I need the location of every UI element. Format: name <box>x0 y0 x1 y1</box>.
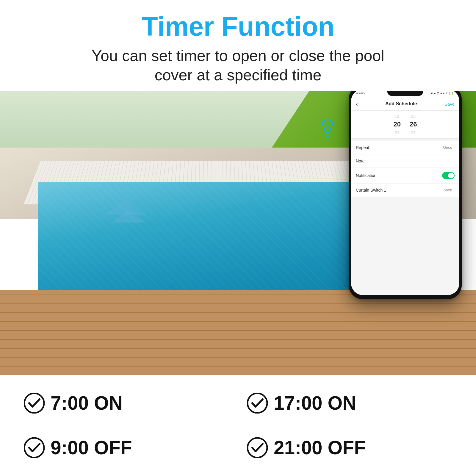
note-label: Note <box>356 159 365 163</box>
minute-bottom: 27 <box>411 130 416 135</box>
status-icons: ◉ ☁ ⏰ ◈ ▲ ▼ ▒ 🔋 <box>431 92 454 95</box>
phone-notch <box>387 91 423 96</box>
svg-point-3 <box>248 438 267 458</box>
svg-point-0 <box>24 393 44 413</box>
check-icon-4 <box>247 437 268 458</box>
page-title: Timer Function <box>24 12 452 41</box>
schedule-text-1: 7:00 ON <box>51 394 123 413</box>
curtain-switch-menu-item[interactable]: Curtain Switch 1 open › <box>351 184 459 197</box>
note-menu-item[interactable]: Note › <box>351 154 459 168</box>
check-icon-1 <box>24 393 45 414</box>
minute-column: 25 26 27 <box>410 114 417 135</box>
notification-label: Notification <box>356 173 376 178</box>
time-picker[interactable]: 19 20 21 25 26 27 <box>351 111 459 139</box>
phone-body: 0.3KB/s ◉ ☁ ⏰ ◈ ▲ ▼ ▒ 🔋 ‹ Add Schedule S… <box>349 91 462 299</box>
note-chevron: › <box>453 159 455 163</box>
page-wrapper: Timer Function You can set timer to open… <box>0 0 476 476</box>
notification-toggle[interactable] <box>442 172 455 179</box>
deck-boards <box>0 290 476 375</box>
nav-title: Add Schedule <box>385 101 417 107</box>
subtitle-line1: You can set timer to open or close the p… <box>92 47 384 64</box>
phone-container: 0.3KB/s ◉ ☁ ⏰ ◈ ▲ ▼ ▒ 🔋 ‹ Add Schedule S… <box>349 91 462 299</box>
pool-visual: 0.3KB/s ◉ ☁ ⏰ ◈ ▲ ▼ ▒ 🔋 ‹ Add Schedule S… <box>0 91 476 375</box>
notification-menu-item[interactable]: Notification <box>351 168 459 184</box>
note-value: › <box>453 159 455 163</box>
svg-point-2 <box>24 438 44 458</box>
arrows-overlay <box>105 199 164 234</box>
schedule-item-3: 9:00 OFF <box>24 428 229 467</box>
status-left: 0.3KB/s <box>356 92 365 95</box>
wifi-arc-large <box>322 119 333 125</box>
wifi-dot <box>326 136 329 138</box>
wifi-icon <box>322 119 333 138</box>
hour-bottom: 21 <box>395 130 400 135</box>
curtain-switch-value: open › <box>444 188 455 192</box>
hour-active: 20 <box>394 120 401 129</box>
schedule-item-1: 7:00 ON <box>24 384 229 422</box>
schedule-item-4: 21:00 OFF <box>247 428 452 467</box>
phone-screen: 0.3KB/s ◉ ☁ ⏰ ◈ ▲ ▼ ▒ 🔋 ‹ Add Schedule S… <box>351 91 459 295</box>
repeat-label: Repeat <box>356 145 369 150</box>
schedule-text-3: 9:00 OFF <box>51 438 132 457</box>
minute-active: 26 <box>410 120 417 129</box>
save-button[interactable]: Save <box>444 101 455 107</box>
hour-top: 19 <box>395 114 400 119</box>
pool-section: 0.3KB/s ◉ ☁ ⏰ ◈ ▲ ▼ ▒ 🔋 ‹ Add Schedule S… <box>0 91 476 375</box>
back-button[interactable]: ‹ <box>356 101 358 107</box>
subtitle-line2: cover at a specified time <box>155 66 322 84</box>
bottom-section: 7:00 ON 17:00 ON 9:00 OFF 21:00 OFF <box>0 375 476 476</box>
schedule-text-4: 21:00 OFF <box>274 438 366 457</box>
svg-point-1 <box>248 393 267 413</box>
curtain-switch-label: Curtain Switch 1 <box>356 188 386 192</box>
curtain-chevron: › <box>453 188 455 192</box>
repeat-menu-item[interactable]: Repeat Once › <box>351 141 459 154</box>
minute-top: 25 <box>411 114 416 119</box>
repeat-value: Once › <box>443 145 455 150</box>
repeat-chevron: › <box>453 145 455 150</box>
header-section: Timer Function You can set timer to open… <box>0 0 476 91</box>
nav-bar: ‹ Add Schedule Save <box>351 98 459 111</box>
check-icon-2 <box>247 393 268 414</box>
arrow-2 <box>112 209 145 223</box>
menu-list: Repeat Once › Note › <box>351 141 459 197</box>
page-subtitle: You can set timer to open or close the p… <box>24 46 452 85</box>
wifi-arc-small <box>325 132 330 134</box>
check-icon-3 <box>24 437 45 458</box>
schedule-text-2: 17:00 ON <box>274 394 356 413</box>
wifi-arc-medium <box>324 126 331 131</box>
schedule-item-2: 17:00 ON <box>247 384 452 422</box>
hour-column: 19 20 21 <box>394 114 401 135</box>
